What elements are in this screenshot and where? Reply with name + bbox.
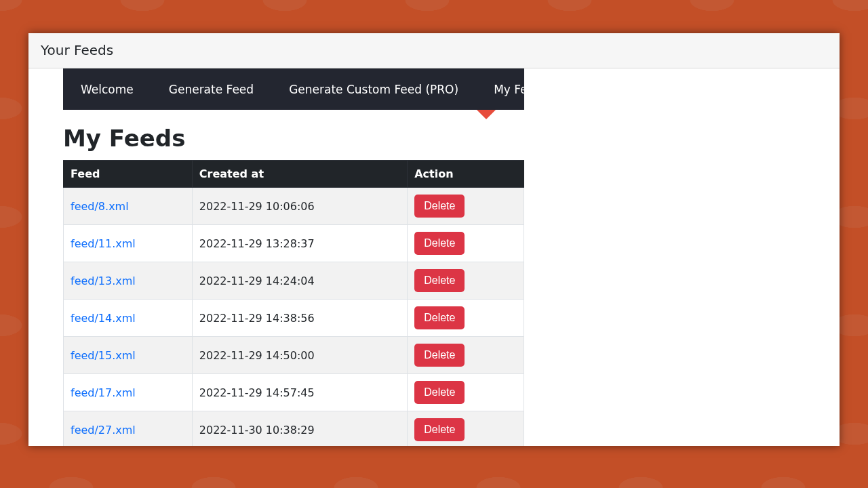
feed-link[interactable]: feed/27.xml xyxy=(71,424,136,436)
cell-feed: feed/27.xml xyxy=(64,411,193,447)
cell-feed: feed/11.xml xyxy=(64,225,193,262)
col-header-created-at: Created at xyxy=(192,161,407,188)
tab-welcome[interactable]: Welcome xyxy=(63,68,151,110)
cell-feed: feed/8.xml xyxy=(64,188,193,225)
panel-title: Your Feeds xyxy=(28,33,840,68)
app-panel: Your Feeds Welcome Generate Feed Generat… xyxy=(28,33,840,446)
delete-button[interactable]: Delete xyxy=(414,381,465,404)
cell-action: Delete xyxy=(408,188,524,225)
cell-action: Delete xyxy=(408,225,524,262)
delete-button[interactable]: Delete xyxy=(414,306,465,329)
cell-created-at: 2022-11-29 10:06:06 xyxy=(192,188,407,225)
tab-generate-custom-feed[interactable]: Generate Custom Feed (PRO) xyxy=(271,68,476,110)
cell-action: Delete xyxy=(408,374,524,411)
feed-link[interactable]: feed/17.xml xyxy=(71,386,136,399)
table-row: feed/13.xml2022-11-29 14:24:04Delete xyxy=(64,262,524,300)
cell-created-at: 2022-11-29 14:57:45 xyxy=(192,374,407,411)
delete-button[interactable]: Delete xyxy=(414,344,465,367)
table-row: feed/15.xml2022-11-29 14:50:00Delete xyxy=(64,337,524,374)
feeds-table: Feed Created at Action feed/8.xml2022-11… xyxy=(63,160,524,446)
feed-link[interactable]: feed/15.xml xyxy=(71,349,136,362)
table-row: feed/27.xml2022-11-30 10:38:29Delete xyxy=(64,411,524,447)
cell-created-at: 2022-11-29 13:28:37 xyxy=(192,225,407,262)
cell-created-at: 2022-11-29 14:24:04 xyxy=(192,262,407,300)
feed-link[interactable]: feed/11.xml xyxy=(71,237,136,250)
table-row: feed/17.xml2022-11-29 14:57:45Delete xyxy=(64,374,524,411)
col-header-action: Action xyxy=(408,161,524,188)
feed-link[interactable]: feed/13.xml xyxy=(71,274,136,287)
panel-body: Welcome Generate Feed Generate Custom Fe… xyxy=(28,68,840,446)
feeds-table-body: feed/8.xml2022-11-29 10:06:06Deletefeed/… xyxy=(64,188,524,447)
cell-created-at: 2022-11-29 14:38:56 xyxy=(192,300,407,337)
cell-action: Delete xyxy=(408,337,524,374)
tab-generate-feed[interactable]: Generate Feed xyxy=(151,68,271,110)
delete-button[interactable]: Delete xyxy=(414,195,465,218)
feed-link[interactable]: feed/8.xml xyxy=(71,200,129,213)
active-tab-indicator-icon xyxy=(477,110,496,119)
cell-created-at: 2022-11-29 14:50:00 xyxy=(192,337,407,374)
page-title: My Feeds xyxy=(63,125,524,152)
cell-action: Delete xyxy=(408,300,524,337)
cell-action: Delete xyxy=(408,411,524,447)
cell-created-at: 2022-11-30 10:38:29 xyxy=(192,411,407,447)
content-column: Welcome Generate Feed Generate Custom Fe… xyxy=(63,68,524,446)
table-header-row: Feed Created at Action xyxy=(64,161,524,188)
feed-link[interactable]: feed/14.xml xyxy=(71,312,136,325)
cell-feed: feed/15.xml xyxy=(64,337,193,374)
table-row: feed/8.xml2022-11-29 10:06:06Delete xyxy=(64,188,524,225)
delete-button[interactable]: Delete xyxy=(414,269,465,292)
cell-action: Delete xyxy=(408,262,524,300)
tab-bar: Welcome Generate Feed Generate Custom Fe… xyxy=(63,68,524,110)
cell-feed: feed/13.xml xyxy=(64,262,193,300)
delete-button[interactable]: Delete xyxy=(414,232,465,255)
cell-feed: feed/14.xml xyxy=(64,300,193,337)
table-row: feed/14.xml2022-11-29 14:38:56Delete xyxy=(64,300,524,337)
delete-button[interactable]: Delete xyxy=(414,418,465,441)
tab-my-feeds[interactable]: My Feeds xyxy=(476,68,566,110)
table-row: feed/11.xml2022-11-29 13:28:37Delete xyxy=(64,225,524,262)
cell-feed: feed/17.xml xyxy=(64,374,193,411)
col-header-feed: Feed xyxy=(64,161,193,188)
